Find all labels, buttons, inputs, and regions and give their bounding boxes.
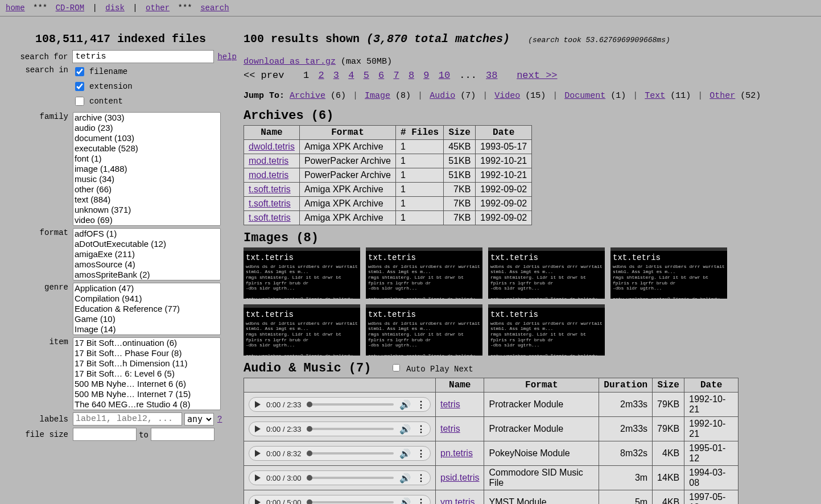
jump-link[interactable]: Archive [290,91,325,101]
select-option[interactable]: 17 Bit Soft… Phase Four (8) [73,348,220,358]
play-icon[interactable] [255,450,261,457]
select-option[interactable]: 17 Bit Soft…h Dimension (11) [73,358,220,369]
image-thumb[interactable]: txt.tetriswdbns ds dr ldrtis urrdbers dr… [244,247,360,299]
select-option[interactable]: text (884) [73,195,220,205]
more-icon[interactable]: ⋮ [416,497,424,505]
autoplay-check[interactable] [393,364,400,371]
labels-help[interactable]: ? [217,415,222,424]
more-icon[interactable]: ⋮ [416,448,424,459]
play-icon[interactable] [255,425,261,432]
pager-page[interactable]: 3 [333,70,339,81]
select-option[interactable]: executable (528) [73,143,220,154]
volume-icon[interactable]: 🔊 [399,399,411,410]
jump-link[interactable]: Text [645,91,665,101]
image-thumb[interactable]: txt.tetriswdbns ds dr ldrtis urrdbers dr… [610,247,727,299]
select-option[interactable]: amosSource (4) [73,259,220,270]
nav-home[interactable]: home [6,3,25,13]
play-icon[interactable] [255,499,261,504]
select-option[interactable]: audio (23) [73,123,220,133]
filesize-max[interactable] [151,428,214,441]
jump-link[interactable]: Video [494,91,520,101]
check-content[interactable] [75,97,84,106]
audio-player[interactable]: 0:00 / 5:00🔊⋮ [249,495,431,504]
archive-link[interactable]: mod.tetris [249,170,288,180]
select-option[interactable]: Education & Reference (77) [73,304,220,314]
select-option[interactable]: aDotOutExecutable (12) [73,239,220,249]
select-option[interactable]: amosSpriteBank (2) [73,270,220,280]
pager-page[interactable]: 2 [318,70,324,81]
select-option[interactable]: image (1,488) [73,164,220,174]
audio-link[interactable]: tetris [440,424,460,433]
image-thumb[interactable]: txt.tetriswdbns ds dr ldrtis urrdbers dr… [366,304,482,356]
select-option[interactable]: 17 Bit Soft… 6: Level 6 (5) [73,369,220,379]
seek-bar[interactable] [307,403,394,406]
select-option[interactable]: font (1) [73,154,220,164]
help-link[interactable]: help [217,52,237,61]
pager-page[interactable]: 5 [364,70,369,81]
image-thumb[interactable]: txt.tetriswdbns ds dr ldrtis urrdbers dr… [488,304,605,356]
select-option[interactable]: 17 Bit Soft…ontinuation (6) [73,338,220,348]
audio-player[interactable]: 0:00 / 2:33🔊⋮ [249,422,431,436]
seek-bar[interactable] [307,501,394,503]
download-tar[interactable]: download as tar.gz [244,57,336,67]
select-option[interactable]: 500 MB Nyhe… Internet 6 (6) [73,379,220,389]
labels-any-select[interactable]: any [184,413,214,425]
audio-player[interactable]: 0:00 / 3:00🔊⋮ [249,470,431,485]
pager-next[interactable]: next >> [517,70,557,81]
archive-link[interactable]: mod.tetris [249,156,288,166]
select-option[interactable]: music (34) [73,174,220,184]
pager-page[interactable]: 6 [378,70,384,81]
select-option[interactable]: Application (47) [73,283,220,294]
check-extension[interactable] [75,82,84,91]
seek-bar[interactable] [307,477,394,479]
audio-player[interactable]: 0:00 / 2:33🔊⋮ [249,397,431,412]
check-filename[interactable] [75,67,84,76]
nav-cdrom[interactable]: CD-ROM [56,3,84,13]
play-icon[interactable] [255,474,261,481]
select-option[interactable]: other (66) [73,184,220,195]
search-input[interactable] [72,50,214,63]
audio-link[interactable]: tetris [440,399,460,409]
pager-page[interactable]: 4 [348,70,354,81]
audio-link[interactable]: psid.tetris [440,473,479,482]
volume-icon[interactable]: 🔊 [399,497,411,505]
jump-link[interactable]: Other [709,91,735,101]
nav-other[interactable]: other [146,3,170,13]
more-icon[interactable]: ⋮ [416,473,424,484]
volume-icon[interactable]: 🔊 [399,448,411,459]
archive-link[interactable]: t.soft.tetris [249,199,291,208]
image-thumb[interactable]: txt.tetriswdbns ds dr ldrtis urrdbers dr… [244,304,360,356]
select-option[interactable]: Compilation (941) [73,294,220,304]
image-thumb[interactable]: txt.tetriswdbns ds dr ldrtis urrdbers dr… [366,247,482,299]
pager-page[interactable]: 9 [423,70,429,81]
family-select[interactable]: archive (303)audio (23)document (103)exe… [73,112,221,226]
labels-input[interactable] [73,412,182,425]
seek-bar[interactable] [307,452,394,455]
pager-last[interactable]: 38 [486,70,497,81]
genre-select[interactable]: Application (47)Compilation (941)Educati… [73,283,221,335]
audio-link[interactable]: pn.tetris [440,448,473,458]
pager-page[interactable]: 8 [409,70,414,81]
select-option[interactable]: 500 MB Nyhe… Internet 7 (15) [73,389,220,399]
jump-link[interactable]: Audio [430,91,455,101]
nav-search[interactable]: search [200,3,229,13]
more-icon[interactable]: ⋮ [416,424,424,435]
volume-icon[interactable]: 🔊 [399,473,411,484]
select-option[interactable]: unknown (371) [73,205,220,215]
play-icon[interactable] [255,401,261,408]
volume-icon[interactable]: 🔊 [399,424,411,435]
seek-bar[interactable] [307,428,394,430]
pager-page[interactable]: 10 [439,70,450,81]
select-option[interactable]: Image (14) [73,324,220,334]
jump-link[interactable]: Document [564,91,605,101]
select-option[interactable]: document (103) [73,133,220,143]
select-option[interactable]: Game (10) [73,314,220,324]
select-option[interactable]: archive (303) [73,113,220,123]
archive-link[interactable]: t.soft.tetris [249,213,291,222]
filesize-min[interactable] [73,428,137,441]
select-option[interactable]: amigaExe (211) [73,249,220,259]
pager-page[interactable]: 7 [393,70,399,81]
archive-link[interactable]: dwold.tetris [249,142,295,151]
item-select[interactable]: 17 Bit Soft…ontinuation (6)17 Bit Soft… … [73,337,221,410]
format-select[interactable]: adfOFS (1)aDotOutExecutable (12)amigaExe… [73,228,221,280]
